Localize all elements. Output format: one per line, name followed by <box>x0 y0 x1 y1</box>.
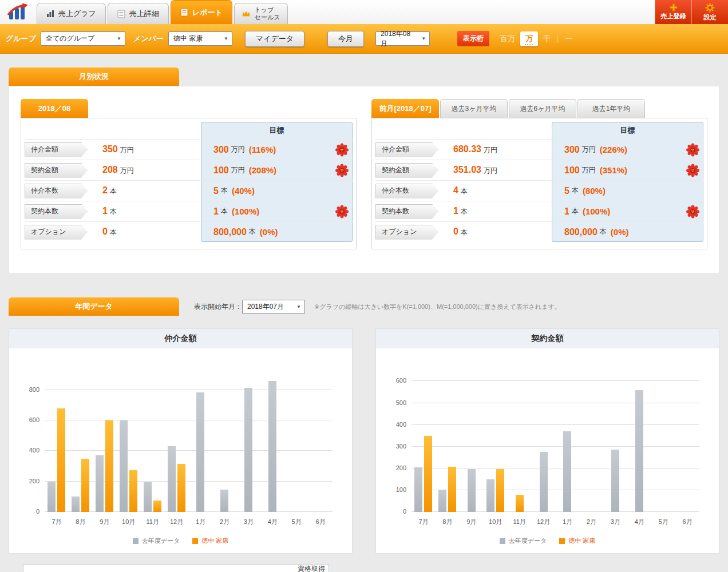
bar-member <box>105 420 113 512</box>
row-label: 契約金額 <box>375 163 438 178</box>
bar-chart-icon <box>46 10 54 18</box>
tab-avg-6mo[interactable]: 過去6ヶ月平均 <box>509 99 576 118</box>
digit-option-one[interactable]: 一 <box>560 31 577 46</box>
bar-last-year <box>468 469 476 512</box>
ticker-text: 資格取得 <box>298 564 325 572</box>
target-unit: 万円 <box>231 145 245 154</box>
annual-header-row: 年間データ 表示開始年月： 2018年07月 ▼ ※グラフの縦軸は大きい数字をK… <box>9 297 719 316</box>
achievement-percent: (100%) <box>232 206 259 216</box>
x-axis-label: 3月 <box>603 518 627 526</box>
my-data-button[interactable]: マイデータ <box>245 31 304 47</box>
group-select[interactable]: 全てのグループ ▼ <box>41 31 125 46</box>
x-axis-label: 3月 <box>236 518 260 526</box>
value-number: 208 <box>102 165 118 174</box>
y-tick-label: 600 <box>29 416 39 423</box>
actual-value: 680.33万円 <box>443 144 552 155</box>
value-number: 1 <box>453 206 458 216</box>
target-unit: 万円 <box>582 165 596 175</box>
tab-avg-3mo[interactable]: 過去3ヶ月平均 <box>440 99 508 118</box>
tab-avg-1yr[interactable]: 過去1年平均 <box>577 99 645 118</box>
table-row: 仲介本数2本5本(40%) <box>25 180 353 201</box>
value-unit: 本 <box>461 187 468 195</box>
y-tick-label: 0 <box>403 508 406 515</box>
legend-swatch <box>192 538 198 544</box>
target-number: 5 <box>213 186 219 196</box>
member-select[interactable]: 徳中 家康 ▼ <box>168 31 232 46</box>
bar-last-year <box>96 455 104 512</box>
tab-prev-month[interactable]: 前月[2018／07] <box>371 99 439 118</box>
report-doc-icon <box>180 8 188 17</box>
target-number: 300 <box>564 145 580 155</box>
achievement-percent: (80%) <box>583 186 606 196</box>
bar-group <box>484 469 508 512</box>
digit-option-million[interactable]: 百万 <box>495 31 520 46</box>
tab-sales-detail[interactable]: 売上詳細 <box>108 3 169 24</box>
achievement-percent: (0%) <box>260 227 278 237</box>
x-axis-label: 5月 <box>284 518 308 526</box>
digit-option-ten-thousand[interactable]: 万 <box>520 31 538 46</box>
achievement-flower-icon <box>686 163 700 177</box>
value-unit: 万円 <box>120 146 134 154</box>
achievement-percent: (351%) <box>600 165 627 175</box>
tab-sales-graph[interactable]: 売上グラフ <box>37 3 106 24</box>
bar-last-year <box>196 392 204 512</box>
bar-member <box>129 470 137 512</box>
bar-last-year <box>120 420 128 512</box>
top-action-buttons: 売上登録設定 <box>655 0 728 24</box>
news-ticker: 資格取得 <box>23 564 329 572</box>
digit-option-thousand[interactable]: 千 <box>538 31 556 46</box>
month-select-value: 2018年08月 <box>381 29 417 49</box>
x-axis-label: 11月 <box>141 518 165 526</box>
start-month-select[interactable]: 2018年07月 ▼ <box>242 300 305 314</box>
target-number: 1 <box>564 206 569 217</box>
chart-legend: 去年度データ徳中 家康 <box>9 537 352 545</box>
achievement-flower-icon <box>335 163 349 177</box>
x-axis-label: 7月 <box>412 518 436 526</box>
digit-options: 百万万千|一 <box>495 31 577 46</box>
monthly-section-title: 月別状況 <box>9 67 179 86</box>
start-month-value: 2018年07月 <box>247 302 284 312</box>
bar-group <box>45 408 69 512</box>
settings-button[interactable]: 設定 <box>691 0 728 24</box>
target-unit: 本 <box>600 227 607 237</box>
achievement-percent: (0%) <box>611 227 629 237</box>
value-number: 4 <box>453 185 458 195</box>
x-axis-label: 7月 <box>45 518 69 526</box>
x-axis-labels: 7月8月9月10月11月12月1月2月3月4月5月6月 <box>45 518 333 526</box>
target-value: 5本(80%) <box>552 181 703 201</box>
tab-top-sales[interactable]: トップ セールス <box>234 3 288 24</box>
target-number: 5 <box>564 186 569 196</box>
row-label: 仲介金額 <box>375 142 438 157</box>
bar-group <box>508 495 532 512</box>
value-unit: 本 <box>461 228 468 236</box>
tab-current-month[interactable]: 2018／08 <box>21 99 88 118</box>
digits-label-button[interactable]: 表示桁 <box>457 31 489 46</box>
month-select[interactable]: 2018年08月 ▼ <box>375 31 430 46</box>
register-sale-button[interactable]: 売上登録 <box>655 0 691 24</box>
bars-layer <box>45 375 333 512</box>
bar-last-year <box>220 490 228 512</box>
achievement-percent: (226%) <box>600 145 627 154</box>
target-unit: 本 <box>572 186 579 196</box>
legend-label: 去年度データ <box>142 537 180 545</box>
tab-report[interactable]: レポート <box>171 0 232 24</box>
bar-last-year <box>438 490 446 512</box>
row-label: 仲介本数 <box>375 184 438 198</box>
target-unit: 本 <box>221 206 228 216</box>
legend-swatch <box>500 538 505 544</box>
target-value: 1本(100%) <box>201 201 353 221</box>
annual-charts: 仲介金額02004006008007月8月9月10月11月12月1月2月3月4月… <box>9 328 719 554</box>
bar-last-year <box>540 452 548 512</box>
bar-member <box>153 500 161 512</box>
x-axis-label: 1月 <box>189 518 213 526</box>
chart-title: 仲介金額 <box>9 329 352 348</box>
digit-separator: | <box>556 34 560 43</box>
value-number: 0 <box>102 227 108 236</box>
bar-group <box>460 469 484 512</box>
this-month-button[interactable]: 今月 <box>327 31 364 47</box>
group-label: グループ <box>6 34 36 44</box>
legend-label: 去年度データ <box>509 537 547 545</box>
bar-group <box>212 490 236 512</box>
target-number: 800,000 <box>213 227 247 237</box>
row-label: オプション <box>25 225 88 240</box>
